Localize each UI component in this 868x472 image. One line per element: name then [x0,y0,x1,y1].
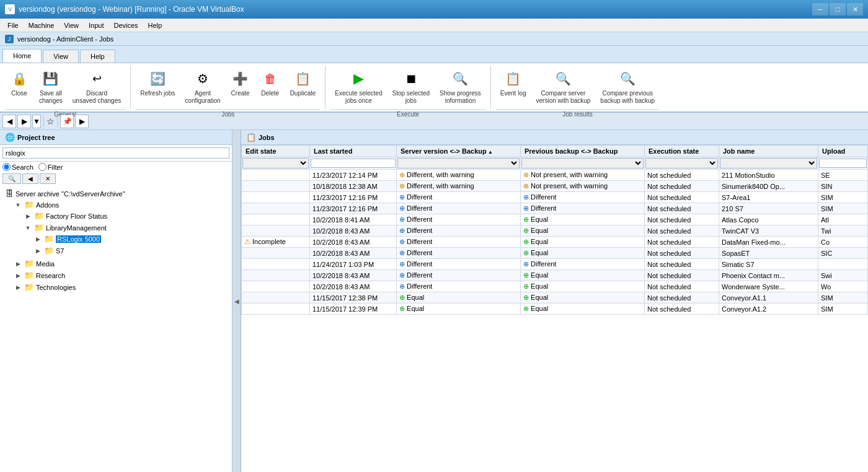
close-button[interactable]: 🔒 Close [5,66,33,100]
menu-file[interactable]: File [2,20,24,30]
chevron-s7-icon[interactable]: ▶ [33,247,42,255]
panel-resize-handle[interactable]: ◀ [232,130,241,472]
table-row[interactable]: 11/24/2017 1:03 PM⊕ Different⊕ Different… [242,259,868,270]
close-button[interactable]: ✕ [847,3,863,15]
title-bar-text: versiondog (versiondog - Webinar) [Runni… [19,5,812,14]
duplicate-button[interactable]: 📋 Duplicate [286,66,321,100]
col-job-name[interactable]: Job name [719,146,818,157]
dropdown-button[interactable]: ▼ [32,115,41,128]
filter-job-name[interactable] [719,157,818,170]
tab-view[interactable]: View [43,50,79,63]
table-row[interactable]: 11/15/2017 12:38 PM⊕ Equal⊕ EqualNot sch… [242,292,868,304]
radio-search[interactable] [2,163,11,171]
table-row[interactable]: 11/23/2017 12:14 PM⊕ Different, with war… [242,170,868,181]
show-progress-button[interactable]: 🔍 Show progressinformation [435,66,485,108]
table-row[interactable]: 10/2/2018 8:41 AM⊕ Different⊕ EqualNot s… [242,214,868,225]
menu-help[interactable]: Help [143,20,167,30]
table-row[interactable]: 10/2/2018 8:43 AM⊕ Different⊕ EqualNot s… [242,270,868,281]
table-row[interactable]: 11/23/2017 12:16 PM⊕ Different⊕ Differen… [242,192,868,203]
col-execution-state[interactable]: Execution state [645,146,719,157]
col-prev-backup[interactable]: Previous backup <-> Backup [521,146,645,157]
chevron-down-icon[interactable]: ▼ [14,201,22,209]
table-row[interactable]: 10/2/2018 8:43 AM⊕ Different⊕ EqualNot s… [242,281,868,292]
search-execute-button[interactable]: 🔍 [2,173,21,184]
radio-filter[interactable] [38,163,46,171]
search-input[interactable] [2,147,229,159]
table-row[interactable]: 10/2/2018 8:43 AM⊕ Different⊕ EqualNot s… [242,248,868,259]
radio-filter-label[interactable]: Filter [38,163,63,171]
cell-execution-state: Not scheduled [645,281,719,292]
tree-addons-row[interactable]: ▼ 📁 Addons [12,199,229,210]
col-server-backup[interactable]: Server version <-> Backup [397,146,521,157]
pin-button[interactable]: 📌 [60,115,74,128]
refresh-jobs-button[interactable]: 🔄 Refresh jobs [136,66,179,100]
compare-server-button[interactable]: 🔍 Compare serverversion with backup [532,66,595,108]
chevron-down-libmgmt-icon[interactable]: ▼ [24,224,32,232]
cell-server-backup: ⊕ Different [397,248,521,259]
table-row[interactable]: 11/15/2017 12:39 PM⊕ Equal⊕ EqualNot sch… [242,304,868,315]
tree-rslogix-row[interactable]: ▶ 📁 RSLogix 5000 [32,234,229,244]
chevron-tech-icon[interactable]: ▶ [14,283,22,292]
menu-input[interactable]: Input [84,20,108,30]
execute-selected-button[interactable]: ▶ Execute selectedjobs once [330,66,386,108]
radio-search-label[interactable]: Search [2,163,33,171]
filter-edit-state[interactable] [242,157,310,170]
tree-s7-row[interactable]: ▶ 📁 S7 [32,245,229,256]
event-log-button[interactable]: 📋 Event log [496,66,531,100]
folder-s7-icon: 📁 [44,246,54,255]
menu-machine[interactable]: Machine [24,20,60,30]
chevron-rslogix-icon[interactable]: ▶ [33,235,42,243]
discard-button[interactable]: ↩ Discardunsaved changes [68,66,125,108]
stop-selected-button[interactable]: ⏹ Stop selectedjobs [388,66,435,108]
search-prev-button[interactable]: ◀ [22,173,38,184]
tree-media-row[interactable]: ▶ 📁 Media [12,258,229,269]
cell-upload [818,259,868,270]
filter-upload[interactable] [818,157,868,170]
cell-upload: Co [818,237,868,248]
favorites-icon[interactable]: ☆ [46,116,55,126]
tree-factoryfloor-row[interactable]: ▶ 📁 Factory Floor Status [22,211,229,221]
cell-edit-state [242,214,310,225]
table-row[interactable]: ⚠ Incomplete10/2/2018 8:43 AM⊕ Different… [242,237,868,248]
minimize-button[interactable]: ─ [812,3,828,15]
tree-node-technologies: ▶ 📁 Technologies [2,281,229,293]
forward-button[interactable]: ▶ [17,115,31,128]
cell-prev-backup: ⊕ Equal [521,304,645,315]
col-upload[interactable]: Upload [818,146,868,157]
delete-button[interactable]: 🗑 Delete [256,66,285,100]
filter-execution-state[interactable] [645,157,719,170]
more-button[interactable]: ▶ [75,115,89,128]
agent-config-button[interactable]: ⚙ Agentconfiguration [180,66,224,108]
table-row[interactable]: 10/18/2018 12:38 AM⊕ Different, with war… [242,181,868,192]
compare-backup-button[interactable]: 🔍 Compare previousbackup with backup [596,66,659,108]
filter-server-backup[interactable] [397,157,521,170]
chevron-media-icon[interactable]: ▶ [14,260,22,268]
folder-tech-icon: 📁 [24,282,34,292]
create-button[interactable]: ➕ Create [226,66,255,100]
col-last-started[interactable]: Last started [310,146,397,157]
server-icon: 🗄 [6,189,14,198]
search-clear-button[interactable]: ✕ [40,173,56,184]
chevron-right-icon[interactable]: ▶ [24,212,32,221]
col-edit-state[interactable]: Edit state [242,146,310,157]
app-header-icon: J [5,35,14,43]
chevron-research-icon[interactable]: ▶ [14,271,22,280]
tree-technologies-row[interactable]: ▶ 📁 Technologies [12,282,229,292]
menu-devices[interactable]: Devices [108,20,143,30]
filter-last-started[interactable] [310,157,397,170]
tree-server-archive[interactable]: 🗄 Server archive "C:\vdServerArchive" [2,188,229,199]
tree-libmgmt-row[interactable]: ▼ 📁 LibraryManagement [22,222,229,233]
folder-libmgmt-icon: 📁 [34,223,44,232]
tab-help[interactable]: Help [80,50,115,63]
tree-research-row[interactable]: ▶ 📁 Research [12,270,229,281]
title-bar: V versiondog (versiondog - Webinar) [Run… [0,0,868,19]
tab-home[interactable]: Home [2,49,42,63]
cell-job-name: DataMan Fixed-mo... [719,237,818,248]
table-row[interactable]: 11/23/2017 12:16 PM⊕ Different⊕ Differen… [242,203,868,214]
save-all-button[interactable]: 💾 Save allchanges [35,66,67,108]
table-row[interactable]: 10/2/2018 8:43 AM⊕ Different⊕ EqualNot s… [242,225,868,237]
back-button[interactable]: ◀ [2,115,16,128]
maximize-button[interactable]: □ [830,3,846,15]
filter-prev-backup[interactable] [521,157,645,170]
menu-view[interactable]: View [59,20,84,30]
